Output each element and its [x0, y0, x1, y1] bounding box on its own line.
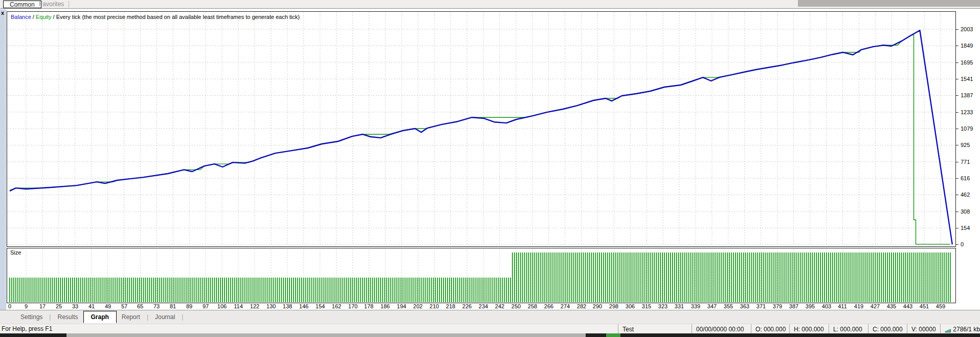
tab-favorites[interactable]: Favorites: [33, 1, 70, 8]
tab-report[interactable]: Report: [117, 311, 145, 323]
x-axis-label: 451: [920, 303, 929, 309]
tab-journal[interactable]: Journal: [150, 311, 180, 323]
status-field-close: C: 000.000: [868, 324, 907, 333]
y-axis-label: 154: [961, 225, 970, 231]
taskbar-right-segment: [586, 333, 980, 337]
status-field-datetime: 00/00/0000 00:00: [692, 324, 751, 333]
x-axis-label: 435: [887, 303, 896, 309]
equity-legend-label: Equity: [36, 14, 52, 20]
x-axis-label: 194: [397, 303, 406, 309]
close-icon[interactable]: x: [1, 10, 4, 15]
strategy-tester-window: Common Favorites x Tester Balance / Equi…: [0, 0, 980, 337]
y-axis-label: 1849: [961, 43, 973, 49]
x-axis-label: 331: [675, 303, 684, 309]
status-field-text: H: 000.000: [794, 326, 824, 333]
x-axis-label: 97: [203, 303, 209, 309]
x-axis-label: 427: [871, 303, 880, 309]
status-field-text: O: 000.000: [755, 326, 786, 333]
size-gridlines: [26, 249, 941, 302]
x-axis-label: 323: [658, 303, 667, 309]
y-axis-label: 1695: [961, 59, 973, 66]
status-field-text: V: 00000: [911, 326, 936, 333]
x-axis-label: 65: [137, 303, 143, 309]
y-axis-label: 1079: [961, 125, 973, 132]
chart-title: Balance / Equity / Every tick (the most …: [11, 14, 300, 20]
size-bars: [10, 252, 950, 302]
size-panel: Size: [7, 248, 956, 303]
tab-graph[interactable]: Graph: [83, 311, 117, 323]
balance-chart-panel: Balance / Equity / Every tick (the most …: [7, 11, 956, 247]
status-field-volume: V: 00000: [907, 324, 940, 333]
x-axis-label: 25: [56, 303, 62, 309]
x-axis-label: 371: [756, 303, 766, 309]
x-axis-label: 9: [25, 303, 28, 309]
tester-tab-bar: Settings|ResultsGraphReport|Journal|: [0, 310, 980, 324]
x-axis-label: 81: [170, 303, 176, 309]
y-axis-tick: [956, 195, 959, 195]
x-axis-label: 41: [88, 303, 95, 309]
x-axis-label: 266: [544, 303, 553, 309]
y-axis-tick: [956, 145, 959, 145]
tab-separator: [69, 1, 69, 8]
x-axis-label: 339: [691, 303, 700, 309]
x-axis-label: 73: [153, 303, 160, 309]
y-axis-tick: [956, 112, 959, 113]
x-axis-label: 411: [838, 303, 847, 309]
tab-separator: |: [180, 313, 185, 321]
x-axis-label: 170: [348, 303, 358, 309]
tab-settings[interactable]: Settings: [15, 311, 48, 323]
y-axis-label: 771: [961, 159, 970, 165]
x-axis-label: 146: [299, 303, 308, 309]
x-axis-label: 89: [186, 303, 192, 309]
x-axis-label: 0: [8, 303, 11, 309]
x-axis-label: 138: [283, 303, 292, 309]
x-axis-label: 49: [105, 303, 111, 309]
x-axis-label: 403: [822, 303, 831, 309]
x-axis-label: 363: [740, 303, 749, 309]
x-axis-label: 178: [364, 303, 373, 309]
background-window-edge: [798, 0, 980, 7]
status-field-low: L: 000.000: [829, 324, 868, 333]
x-axis-label: 226: [462, 303, 472, 309]
status-field-text: L: 000.000: [833, 326, 862, 333]
x-axis-label: 379: [773, 303, 782, 309]
x-axis-label: 306: [626, 303, 635, 309]
taskbar-green-segment: [606, 333, 620, 337]
y-axis-tick: [956, 79, 959, 79]
status-field-text: Test: [622, 326, 634, 333]
y-axis-label: 2003: [961, 26, 973, 32]
x-axis-label: 106: [217, 303, 227, 309]
x-axis-label: 218: [446, 303, 455, 309]
tick-method-label: / Every tick (the most precise method ba…: [52, 14, 300, 20]
panel-left-strip: x: [0, 9, 7, 310]
x-axis-label: 290: [593, 303, 602, 309]
status-field-memory: 2786/1 kb: [940, 324, 980, 333]
x-axis-label: 395: [806, 303, 815, 309]
x-axis-label: 387: [789, 303, 798, 309]
tab-separator: |: [48, 313, 52, 321]
x-axis-label: 210: [430, 303, 439, 309]
help-status-text: For Help, press F1: [2, 325, 52, 332]
x-axis-label: 242: [495, 303, 504, 309]
y-axis-tick: [956, 46, 959, 46]
tab-results[interactable]: Results: [52, 311, 83, 323]
x-axis-label: 130: [266, 303, 276, 309]
size-histogram: [7, 248, 955, 303]
x-axis-label: 258: [528, 303, 537, 309]
x-axis-label: 459: [936, 303, 945, 309]
balance-legend-label: Balance: [11, 14, 31, 20]
x-axis: 0917253341495765738189971061141221301381…: [7, 303, 956, 310]
y-axis: 2003184916951541138712331079925771616462…: [956, 11, 980, 303]
y-axis-label: 462: [961, 192, 970, 198]
x-axis-label: 114: [234, 303, 243, 309]
status-field-open: O: 000.000: [751, 324, 789, 333]
x-axis-label: 250: [511, 303, 521, 309]
legend-separator: /: [31, 14, 36, 20]
y-axis-label: 0: [961, 241, 964, 247]
x-axis-label: 315: [642, 303, 651, 309]
taskbar-strip: [0, 333, 980, 337]
y-axis-label: 925: [961, 142, 970, 148]
equity-line: [10, 35, 950, 244]
status-field-high: H: 000.000: [789, 324, 829, 333]
x-axis-label: 347: [707, 303, 717, 309]
